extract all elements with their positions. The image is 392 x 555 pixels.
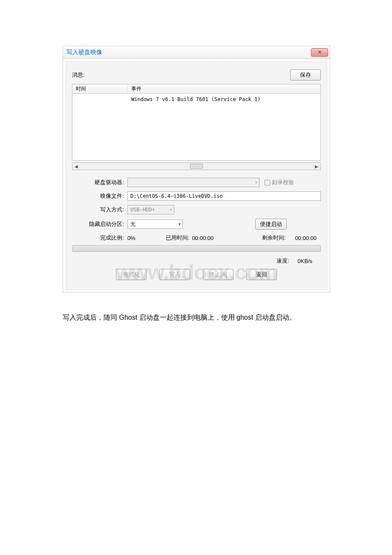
close-icon: ✕ <box>317 49 322 55</box>
message-label: 消息: <box>72 71 85 79</box>
remaining-value: 00:00:00 <box>295 235 317 241</box>
write-button[interactable]: 写入 <box>159 269 190 280</box>
percent-label: 完成比例: <box>72 234 127 242</box>
log-header-event: 事件 <box>128 85 320 92</box>
remaining-label: 剩余时间: <box>262 234 286 242</box>
write-mode-value: USB-HDD+ <box>130 207 155 213</box>
hidden-boot-row: 隐藏启动分区: 无 ▼ 便捷启动 <box>72 219 321 230</box>
verify-label: 刻录校验 <box>272 179 294 186</box>
progress-info-row: 完成比例: 0% 已用时间: 00:00:00 剩余时间: 00:00:00 <box>72 234 321 242</box>
verify-checkbox-wrap[interactable]: 刻录校验 <box>265 179 294 186</box>
abort-button[interactable]: 终止[A] <box>203 269 233 280</box>
hidden-boot-label: 隐藏启动分区: <box>72 220 127 228</box>
close-button[interactable]: ✕ <box>311 48 328 57</box>
drive-row: 硬盘驱动器: ▼ 刻录校验 <box>72 178 321 187</box>
write-disk-image-dialog: 写入硬盘映像 ✕ 消息: 保存 时间 事件 Windows 7 v6.1 Bui… <box>63 46 330 293</box>
save-button[interactable]: 保存 <box>290 69 321 81</box>
scroll-thumb[interactable] <box>190 164 203 169</box>
log-header: 时间 事件 <box>72 84 320 94</box>
log-body: Windows 7 v6.1 Build 7601 (Service Pack … <box>72 94 320 160</box>
drive-combo[interactable]: ▼ <box>127 178 259 187</box>
horizontal-scrollbar[interactable]: ◀ ▶ <box>72 162 321 170</box>
hidden-boot-value: 无 <box>130 221 135 228</box>
write-mode-combo[interactable]: USB-HDD+ ▼ <box>127 205 174 214</box>
chevron-down-icon: ▼ <box>255 180 257 185</box>
image-file-input[interactable]: D:\CentOS-6.4-i386-LiveDVD.iso <box>127 191 321 201</box>
log-row: Windows 7 v6.1 Build 7601 (Service Pack … <box>72 95 320 103</box>
speed-row: 速度: 0KB/s <box>72 257 321 265</box>
dialog-title: 写入硬盘映像 <box>66 49 102 56</box>
image-file-value: D:\CentOS-6.4-i386-LiveDVD.iso <box>130 193 223 199</box>
chevron-down-icon: ▼ <box>179 222 181 226</box>
write-mode-row: 写入方式: USB-HDD+ ▼ <box>72 205 321 214</box>
progress-bar <box>72 245 321 252</box>
drive-label: 硬盘驱动器: <box>72 179 127 186</box>
message-row: 消息: 保存 <box>72 69 321 81</box>
elapsed-value: 00:00:00 <box>192 235 214 241</box>
percent-value: 0% <box>127 235 135 241</box>
image-row: 映像文件: D:\CentOS-6.4-i386-LiveDVD.iso <box>72 191 321 201</box>
speed-value: 0KB/s <box>297 258 312 264</box>
scroll-right-icon[interactable]: ▶ <box>313 163 320 170</box>
titlebar: 写入硬盘映像 ✕ <box>63 46 330 59</box>
convenient-boot-button[interactable]: 便捷启动 <box>255 219 287 230</box>
hidden-boot-combo[interactable]: 无 ▼ <box>127 220 183 229</box>
verify-checkbox[interactable] <box>265 180 270 185</box>
caption-text: 写入完成后，随同 Ghost 启动盘一起连接到电脑上，使用 ghost 启动盘启… <box>63 313 296 322</box>
speed-label: 速度: <box>277 257 289 265</box>
chevron-down-icon: ▼ <box>170 208 172 212</box>
log-cell-event: Windows 7 v6.1 Build 7601 (Service Pack … <box>128 96 320 102</box>
format-button[interactable]: 格式化 <box>116 269 147 280</box>
image-label: 映像文件: <box>72 192 127 200</box>
return-button[interactable]: 返回 <box>246 269 277 280</box>
log-header-time: 时间 <box>72 85 128 92</box>
elapsed-label: 已用时间: <box>166 234 190 242</box>
scroll-left-icon[interactable]: ◀ <box>72 163 80 170</box>
button-row: 格式化 写入 终止[A] 返回 <box>72 269 321 280</box>
log-table: 时间 事件 Windows 7 v6.1 Build 7601 (Service… <box>72 84 321 161</box>
write-mode-label: 写入方式: <box>72 206 127 214</box>
dialog-body: 消息: 保存 时间 事件 Windows 7 v6.1 Build 7601 (… <box>66 61 327 290</box>
